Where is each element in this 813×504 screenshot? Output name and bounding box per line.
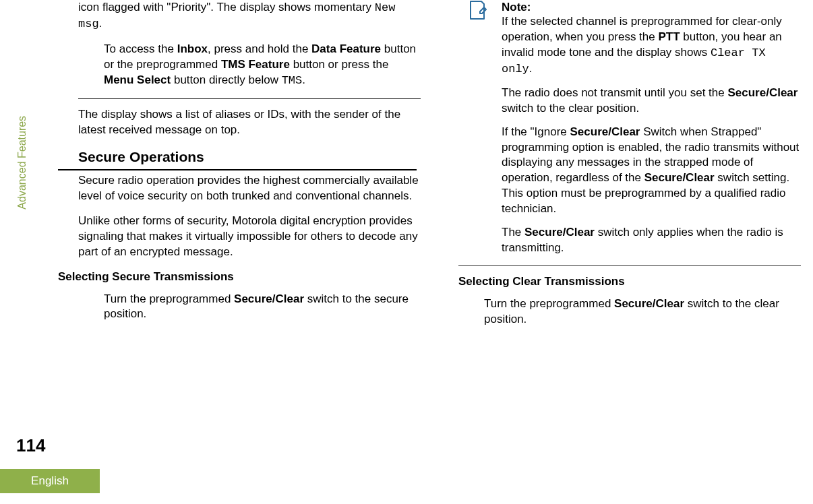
text: icon flagged with "Priority". The displa… [78, 1, 375, 13]
text: Turn the preprogrammed [104, 292, 234, 305]
note-icon [468, 0, 487, 20]
bold: PTT [658, 30, 680, 43]
note-box: Note: If the selected channel is preprog… [458, 0, 801, 256]
text: . [529, 62, 533, 75]
text: switch to the clear position. [502, 102, 639, 115]
note-p4: The Secure/Clear switch only applies whe… [502, 225, 801, 256]
language-badge: English [0, 469, 100, 493]
note-p2: The radio does not transmit until you se… [502, 86, 801, 117]
right-column: Note: If the selected channel is preprog… [458, 0, 801, 337]
text: button directly below [171, 73, 281, 86]
heading-selecting-clear: Selecting Clear Transmissions [458, 274, 801, 290]
text: . [302, 73, 305, 86]
text: button or press the [290, 58, 388, 71]
text: The radio does not transmit until you se… [502, 86, 727, 99]
bold: Secure/Clear [614, 297, 684, 310]
bold: TMS Feature [221, 58, 290, 71]
p-turn-clear: Turn the preprogrammed Secure/Clear swit… [458, 296, 801, 327]
heading-secure-operations: Secure Operations [58, 148, 417, 170]
divider [78, 98, 421, 99]
bold: Secure/Clear [524, 226, 595, 239]
p-priority: icon flagged with "Priority". The displa… [78, 0, 421, 32]
p-encryption: Unlike other forms of security, Motorola… [78, 214, 421, 260]
bold: Secure/Clear [727, 86, 797, 99]
bold: Secure/Clear [234, 292, 304, 305]
p-inbox: To access the Inbox, press and hold the … [78, 42, 421, 89]
text: To access the [104, 42, 177, 55]
text: Turn the preprogrammed [484, 297, 614, 310]
text: If the "Ignore [502, 125, 570, 138]
p-secure-radio: Secure radio operation provides the high… [78, 173, 421, 204]
heading-selecting-secure: Selecting Secure Transmissions [58, 270, 421, 285]
code: TMS [282, 74, 303, 87]
left-column: icon flagged with "Priority". The displa… [78, 0, 421, 337]
page-number: 114 [16, 434, 45, 458]
text: , press and hold the [208, 42, 311, 55]
text: The [502, 226, 524, 239]
page: Advanced Features 114 English icon flagg… [0, 0, 813, 504]
note-label: Note: [502, 0, 801, 15]
text: . [99, 17, 102, 30]
note-p1: If the selected channel is preprogrammed… [502, 14, 801, 77]
p-list-aliases: The display shows a list of aliases or I… [78, 107, 421, 138]
sidebar-section-label: Advanced Features [15, 116, 30, 210]
bold: Menu Select [104, 73, 171, 86]
bold: Secure/Clear [570, 125, 640, 138]
note-p3: If the "Ignore Secure/Clear Switch when … [502, 125, 801, 218]
p-turn-secure: Turn the preprogrammed Secure/Clear swit… [78, 292, 421, 323]
bold: Inbox [177, 42, 208, 55]
bold: Data Feature [311, 42, 381, 55]
divider [458, 265, 801, 266]
bold: Secure/Clear [644, 171, 715, 184]
